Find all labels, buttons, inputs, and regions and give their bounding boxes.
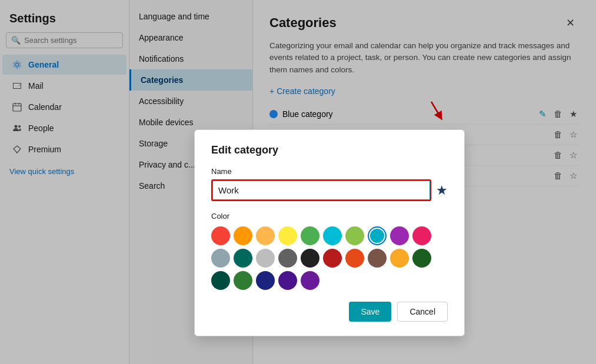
color-swatch-dark-green[interactable] <box>412 249 431 268</box>
color-swatch-navy[interactable] <box>256 271 275 290</box>
color-swatch-gray[interactable] <box>278 249 297 268</box>
color-row-1 <box>211 226 448 245</box>
color-swatch-black[interactable] <box>301 249 319 268</box>
color-swatch-light-gray[interactable] <box>256 249 275 268</box>
color-swatch-indigo[interactable] <box>278 271 297 290</box>
cancel-button[interactable]: Cancel <box>397 302 448 322</box>
color-field-label: Color <box>211 212 448 221</box>
color-swatch-teal-cyan[interactable] <box>368 226 387 245</box>
color-swatch-yellow[interactable] <box>278 226 297 245</box>
category-name-input[interactable] <box>211 179 431 201</box>
color-swatch-orange[interactable] <box>234 226 252 245</box>
modal-footer: Save Cancel <box>211 302 448 322</box>
color-swatch-brown[interactable] <box>368 249 387 268</box>
color-swatch-forest[interactable] <box>234 271 252 290</box>
color-swatch-pink[interactable] <box>412 226 431 245</box>
color-row-2 <box>211 249 448 268</box>
name-field-label: Name <box>211 167 448 176</box>
color-swatch-dark-red[interactable] <box>323 249 342 268</box>
color-swatch-red[interactable] <box>211 226 230 245</box>
color-swatch-deep-purple[interactable] <box>301 271 319 290</box>
modal-overlay: Edit category Name ★ Color <box>0 0 596 364</box>
modal-title: Edit category <box>211 144 448 156</box>
color-grid <box>211 226 448 290</box>
color-swatch-dark-teal[interactable] <box>234 249 252 268</box>
save-button[interactable]: Save <box>349 302 391 322</box>
color-swatch-light-orange[interactable] <box>256 226 275 245</box>
name-row: ★ <box>211 179 448 201</box>
color-row-3 <box>211 271 448 290</box>
color-swatch-light-green[interactable] <box>345 226 364 245</box>
favorite-star-icon[interactable]: ★ <box>436 183 448 198</box>
color-swatch-cyan[interactable] <box>323 226 342 245</box>
color-swatch-deep-orange[interactable] <box>345 249 364 268</box>
color-swatch-purple[interactable] <box>390 226 409 245</box>
edit-category-modal: Edit category Name ★ Color <box>194 129 465 336</box>
color-swatch-amber[interactable] <box>390 249 409 268</box>
color-swatch-green[interactable] <box>301 226 319 245</box>
color-swatch-blue-gray[interactable] <box>211 249 230 268</box>
color-swatch-dark-teal2[interactable] <box>211 271 230 290</box>
